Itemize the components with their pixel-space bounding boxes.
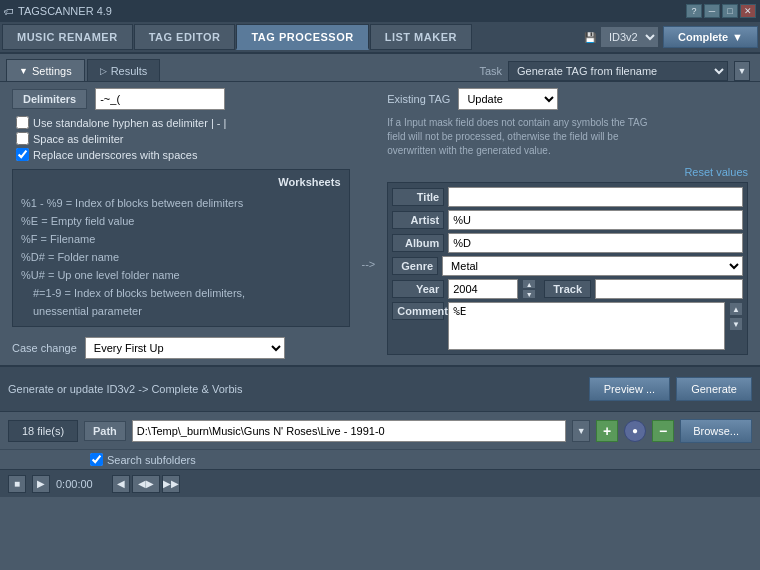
worksheet-line: #=1-9 = Index of blocks between delimite… (21, 284, 341, 302)
year-arrows[interactable]: ▲ ▼ (522, 279, 536, 299)
year-input[interactable] (448, 279, 518, 299)
arrow-separator: --> (358, 88, 380, 359)
tag-fields: Title Artist Album Genre Metal Rock (387, 182, 748, 355)
checkbox-underscore-row: Replace underscores with spaces (12, 148, 350, 161)
subfolders-checkbox[interactable] (90, 453, 103, 466)
worksheet-line: %U# = Up one level folder name (21, 266, 341, 284)
time-display: 0:00:00 (56, 478, 106, 490)
worksheet-line: %E = Empty field value (21, 212, 341, 230)
sub-tab-settings[interactable]: ▼ Settings (6, 59, 85, 81)
file-count: 18 file(s) (8, 420, 78, 442)
artist-label: Artist (392, 211, 444, 229)
checkbox-hyphen-row: Use standalone hyphen as delimiter | - | (12, 116, 350, 129)
app-icon: 🏷 (4, 6, 14, 17)
id3-icon: 💾 (584, 32, 596, 43)
scroll-down-button[interactable]: ▼ (729, 317, 743, 331)
nav-tab-list-maker[interactable]: List Maker (370, 24, 472, 50)
complete-label: Complete (678, 31, 728, 43)
stop-button[interactable]: ■ (8, 475, 26, 493)
path-dropdown-button[interactable]: ▼ (572, 420, 590, 442)
case-change-row: Case change Every First Up Lower case Up… (12, 337, 350, 359)
title-bar-controls[interactable]: ? ─ □ ✕ (686, 4, 756, 18)
nav-tab-label: List Maker (385, 31, 457, 43)
status-bar: Generate or update ID3v2 -> Complete & V… (0, 365, 760, 411)
comment-textarea[interactable]: %E (448, 302, 725, 350)
year-down-arrow[interactable]: ▼ (522, 289, 536, 299)
task-label: Task (479, 65, 502, 77)
nav-tab-music-renamer[interactable]: Music Renamer (2, 24, 133, 50)
right-panel: Existing TAG Update Replace Keep If a In… (387, 88, 748, 359)
path-plus-button[interactable]: + (596, 420, 618, 442)
genre-select[interactable]: Metal Rock Pop (442, 256, 743, 276)
hyphen-checkbox[interactable] (16, 116, 29, 129)
close-button[interactable]: ✕ (740, 4, 756, 18)
arrow-icon: ▼ (19, 66, 28, 76)
year-input-group: ▲ ▼ (448, 279, 536, 299)
year-up-arrow[interactable]: ▲ (522, 279, 536, 289)
title-label: Title (392, 188, 444, 206)
worksheet-line: unessential parameter (21, 302, 341, 320)
left-panel: Delimiters Use standalone hyphen as deli… (12, 88, 350, 359)
track-input[interactable] (595, 279, 743, 299)
year-track-row: Year ▲ ▼ Track (392, 279, 743, 299)
space-checkbox[interactable] (16, 132, 29, 145)
subfolders-label: Search subfolders (107, 454, 196, 466)
checkbox-space-row: Space as delimiter (12, 132, 350, 145)
nav-right: 💾 ID3v2 Complete ▼ (584, 26, 758, 48)
title-bar-left: 🏷 TAGSCANNER 4.9 (4, 5, 112, 17)
reset-values-link[interactable]: Reset values (387, 166, 748, 178)
prev-next-button[interactable]: ◀▶ (132, 475, 160, 493)
nav-bar: Music Renamer TAG Editor TAG Processor L… (0, 22, 760, 54)
task-select[interactable]: Generate TAG from filename (508, 61, 728, 81)
hyphen-label: Use standalone hyphen as delimiter | - | (33, 117, 226, 129)
nav-tab-tag-editor[interactable]: TAG Editor (134, 24, 236, 50)
sub-tab-results[interactable]: ▷ Results (87, 59, 161, 81)
preview-button[interactable]: Preview ... (589, 377, 670, 401)
id3-select[interactable]: ID3v2 (600, 26, 659, 48)
browse-button[interactable]: Browse... (680, 419, 752, 443)
path-label: Path (84, 421, 126, 441)
nav-controls: ◀ ◀▶ ▶▶ (112, 475, 180, 493)
subfolders-bar: Search subfolders (0, 449, 760, 469)
generate-label: Generate or update ID3v2 -> Complete & V… (8, 383, 583, 395)
sub-tab-bar: ▼ Settings ▷ Results Task Generate TAG f… (0, 54, 760, 82)
path-dot-button[interactable]: ● (624, 420, 646, 442)
main-area: Delimiters Use standalone hyphen as deli… (0, 82, 760, 365)
generate-button[interactable]: Generate (676, 377, 752, 401)
help-button[interactable]: ? (686, 4, 702, 18)
case-change-select[interactable]: Every First Up Lower case Upper case Sen… (85, 337, 285, 359)
worksheet-line: %D# = Folder name (21, 248, 341, 266)
existing-tag-select[interactable]: Update Replace Keep (458, 88, 558, 110)
title-row: Title (392, 187, 743, 207)
nav-tab-tag-processor[interactable]: TAG Processor (236, 24, 368, 50)
artist-input[interactable] (448, 210, 743, 230)
minimize-button[interactable]: ─ (704, 4, 720, 18)
sub-tab-results-label: Results (111, 65, 148, 77)
title-input[interactable] (448, 187, 743, 207)
task-arrow-button[interactable]: ▼ (734, 61, 750, 81)
delimiters-row: Delimiters (12, 88, 350, 110)
existing-tag-label: Existing TAG (387, 93, 450, 105)
play-button[interactable]: ▶ (32, 475, 50, 493)
delimiters-input[interactable] (95, 88, 225, 110)
maximize-button[interactable]: □ (722, 4, 738, 18)
path-input[interactable] (132, 420, 566, 442)
title-bar: 🏷 TAGSCANNER 4.9 ? ─ □ ✕ (0, 0, 760, 22)
nav-tab-label: TAG Editor (149, 31, 221, 43)
genre-label: Genre (392, 257, 438, 275)
settings-row: Delimiters Use standalone hyphen as deli… (8, 88, 752, 359)
album-input[interactable] (448, 233, 743, 253)
nav-tab-label: TAG Processor (251, 31, 353, 43)
nav-tab-label: Music Renamer (17, 31, 118, 43)
artist-row: Artist (392, 210, 743, 230)
worksheets-content: %1 - %9 = Index of blocks between delimi… (21, 194, 341, 320)
next-button[interactable]: ▶▶ (162, 475, 180, 493)
arrow-icon: --> (362, 258, 376, 270)
arrow-icon: ▷ (100, 66, 107, 76)
playback-bar: ■ ▶ 0:00:00 ◀ ◀▶ ▶▶ (0, 469, 760, 497)
path-minus-button[interactable]: − (652, 420, 674, 442)
complete-button[interactable]: Complete ▼ (663, 26, 758, 48)
scroll-up-button[interactable]: ▲ (729, 302, 743, 316)
underscore-checkbox[interactable] (16, 148, 29, 161)
prev-button[interactable]: ◀ (112, 475, 130, 493)
